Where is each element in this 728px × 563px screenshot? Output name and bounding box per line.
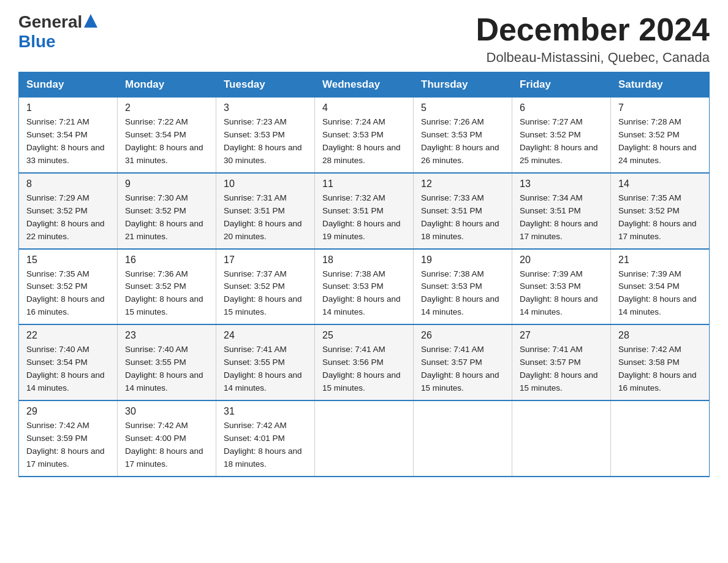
calendar-cell: 3Sunrise: 7:23 AMSunset: 3:53 PMDaylight… <box>216 98 315 173</box>
day-number: 25 <box>322 330 406 341</box>
day-info: Sunrise: 7:41 AMSunset: 3:57 PMDaylight:… <box>520 343 603 395</box>
calendar-cell <box>512 400 611 477</box>
day-info: Sunrise: 7:22 AMSunset: 3:54 PMDaylight:… <box>125 116 208 167</box>
calendar-cell: 5Sunrise: 7:26 AMSunset: 3:53 PMDaylight… <box>414 98 512 173</box>
calendar-cell: 6Sunrise: 7:27 AMSunset: 3:52 PMDaylight… <box>512 98 611 173</box>
day-info: Sunrise: 7:26 AMSunset: 3:53 PMDaylight:… <box>421 116 504 167</box>
calendar-cell <box>315 400 414 477</box>
logo-text-general: General <box>18 12 82 32</box>
day-number: 20 <box>520 255 603 266</box>
calendar-cell: 1Sunrise: 7:21 AMSunset: 3:54 PMDaylight… <box>19 98 118 173</box>
calendar-cell: 28Sunrise: 7:42 AMSunset: 3:58 PMDayligh… <box>611 324 710 400</box>
day-number: 29 <box>26 406 110 417</box>
day-number: 27 <box>520 330 603 341</box>
day-number: 17 <box>224 255 307 266</box>
header-tuesday: Tuesday <box>216 72 315 98</box>
day-info: Sunrise: 7:42 AMSunset: 4:00 PMDaylight:… <box>125 419 208 471</box>
calendar-cell: 11Sunrise: 7:32 AMSunset: 3:51 PMDayligh… <box>315 173 414 249</box>
calendar-cell: 20Sunrise: 7:39 AMSunset: 3:53 PMDayligh… <box>512 249 611 325</box>
day-info: Sunrise: 7:42 AMSunset: 3:59 PMDaylight:… <box>26 419 110 471</box>
calendar-header: Sunday Monday Tuesday Wednesday Thursday… <box>19 72 710 98</box>
day-number: 15 <box>26 255 110 266</box>
day-number: 31 <box>224 406 307 417</box>
calendar-cell: 24Sunrise: 7:41 AMSunset: 3:55 PMDayligh… <box>216 324 315 400</box>
calendar-week-1: 1Sunrise: 7:21 AMSunset: 3:54 PMDaylight… <box>19 98 710 173</box>
day-info: Sunrise: 7:37 AMSunset: 3:52 PMDaylight:… <box>224 268 307 320</box>
day-number: 16 <box>125 255 208 266</box>
header-monday: Monday <box>118 72 216 98</box>
day-number: 5 <box>421 102 504 113</box>
calendar-cell: 8Sunrise: 7:29 AMSunset: 3:52 PMDaylight… <box>19 173 118 249</box>
day-number: 24 <box>224 330 307 341</box>
day-number: 7 <box>618 102 702 113</box>
day-info: Sunrise: 7:36 AMSunset: 3:52 PMDaylight:… <box>125 268 208 320</box>
calendar-table: Sunday Monday Tuesday Wednesday Thursday… <box>18 72 710 477</box>
calendar-cell: 26Sunrise: 7:41 AMSunset: 3:57 PMDayligh… <box>414 324 512 400</box>
calendar-week-3: 15Sunrise: 7:35 AMSunset: 3:52 PMDayligh… <box>19 249 710 325</box>
day-number: 12 <box>421 178 504 190</box>
calendar-cell <box>611 400 710 477</box>
day-info: Sunrise: 7:42 AMSunset: 3:58 PMDaylight:… <box>618 343 702 395</box>
calendar-cell: 19Sunrise: 7:38 AMSunset: 3:53 PMDayligh… <box>414 249 512 325</box>
day-info: Sunrise: 7:34 AMSunset: 3:51 PMDaylight:… <box>520 192 603 243</box>
day-number: 21 <box>618 255 702 266</box>
day-number: 22 <box>26 330 110 341</box>
day-info: Sunrise: 7:40 AMSunset: 3:54 PMDaylight:… <box>26 343 110 395</box>
calendar-cell: 16Sunrise: 7:36 AMSunset: 3:52 PMDayligh… <box>118 249 216 325</box>
page-header: General Blue December 2024 Dolbeau-Mista… <box>18 12 710 66</box>
calendar-cell: 17Sunrise: 7:37 AMSunset: 3:52 PMDayligh… <box>216 249 315 325</box>
day-info: Sunrise: 7:38 AMSunset: 3:53 PMDaylight:… <box>421 268 504 320</box>
day-info: Sunrise: 7:42 AMSunset: 4:01 PMDaylight:… <box>224 419 307 471</box>
calendar-cell: 14Sunrise: 7:35 AMSunset: 3:52 PMDayligh… <box>611 173 710 249</box>
day-info: Sunrise: 7:35 AMSunset: 3:52 PMDaylight:… <box>26 268 110 320</box>
calendar-cell: 31Sunrise: 7:42 AMSunset: 4:01 PMDayligh… <box>216 400 315 477</box>
day-number: 9 <box>125 178 208 190</box>
day-info: Sunrise: 7:28 AMSunset: 3:52 PMDaylight:… <box>618 116 702 167</box>
month-title: December 2024 <box>476 12 710 47</box>
calendar-cell: 27Sunrise: 7:41 AMSunset: 3:57 PMDayligh… <box>512 324 611 400</box>
day-info: Sunrise: 7:35 AMSunset: 3:52 PMDaylight:… <box>618 192 702 243</box>
calendar-cell: 4Sunrise: 7:24 AMSunset: 3:53 PMDaylight… <box>315 98 414 173</box>
header-row: Sunday Monday Tuesday Wednesday Thursday… <box>19 72 710 98</box>
day-info: Sunrise: 7:31 AMSunset: 3:51 PMDaylight:… <box>224 192 307 243</box>
day-info: Sunrise: 7:38 AMSunset: 3:53 PMDaylight:… <box>322 268 406 320</box>
day-number: 8 <box>26 178 110 190</box>
svg-marker-0 <box>84 14 97 28</box>
logo: General Blue <box>18 12 97 52</box>
day-number: 28 <box>618 330 702 341</box>
day-info: Sunrise: 7:30 AMSunset: 3:52 PMDaylight:… <box>125 192 208 243</box>
header-thursday: Thursday <box>414 72 512 98</box>
day-number: 4 <box>322 102 406 113</box>
day-number: 3 <box>224 102 307 113</box>
day-number: 13 <box>520 178 603 190</box>
calendar-cell <box>414 400 512 477</box>
calendar-cell: 30Sunrise: 7:42 AMSunset: 4:00 PMDayligh… <box>118 400 216 477</box>
calendar-cell: 15Sunrise: 7:35 AMSunset: 3:52 PMDayligh… <box>19 249 118 325</box>
logo-text-blue: Blue <box>18 32 56 51</box>
day-number: 1 <box>26 102 110 113</box>
calendar-week-2: 8Sunrise: 7:29 AMSunset: 3:52 PMDaylight… <box>19 173 710 249</box>
day-info: Sunrise: 7:21 AMSunset: 3:54 PMDaylight:… <box>26 116 110 167</box>
day-number: 10 <box>224 178 307 190</box>
calendar-cell: 10Sunrise: 7:31 AMSunset: 3:51 PMDayligh… <box>216 173 315 249</box>
header-wednesday: Wednesday <box>315 72 414 98</box>
day-info: Sunrise: 7:23 AMSunset: 3:53 PMDaylight:… <box>224 116 307 167</box>
location-title: Dolbeau-Mistassini, Quebec, Canada <box>476 50 710 66</box>
header-friday: Friday <box>512 72 611 98</box>
day-number: 14 <box>618 178 702 190</box>
day-number: 23 <box>125 330 208 341</box>
day-info: Sunrise: 7:32 AMSunset: 3:51 PMDaylight:… <box>322 192 406 243</box>
calendar-cell: 13Sunrise: 7:34 AMSunset: 3:51 PMDayligh… <box>512 173 611 249</box>
calendar-body: 1Sunrise: 7:21 AMSunset: 3:54 PMDaylight… <box>19 98 710 477</box>
logo-triangle-icon <box>84 14 97 28</box>
day-number: 18 <box>322 255 406 266</box>
title-section: December 2024 Dolbeau-Mistassini, Quebec… <box>476 12 710 66</box>
day-number: 11 <box>322 178 406 190</box>
calendar-cell: 22Sunrise: 7:40 AMSunset: 3:54 PMDayligh… <box>19 324 118 400</box>
header-sunday: Sunday <box>19 72 118 98</box>
calendar-week-5: 29Sunrise: 7:42 AMSunset: 3:59 PMDayligh… <box>19 400 710 477</box>
calendar-cell: 12Sunrise: 7:33 AMSunset: 3:51 PMDayligh… <box>414 173 512 249</box>
calendar-cell: 29Sunrise: 7:42 AMSunset: 3:59 PMDayligh… <box>19 400 118 477</box>
calendar-cell: 25Sunrise: 7:41 AMSunset: 3:56 PMDayligh… <box>315 324 414 400</box>
day-info: Sunrise: 7:39 AMSunset: 3:53 PMDaylight:… <box>520 268 603 320</box>
